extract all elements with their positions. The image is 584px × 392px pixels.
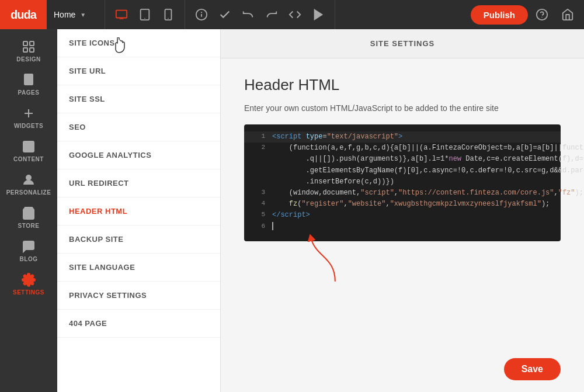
code-line-3: 3 (window,document,"script","https://con… (244, 188, 561, 199)
svg-point-6 (168, 18, 168, 19)
page-selector-label: Home (54, 10, 75, 19)
svg-point-27 (26, 175, 31, 180)
center-icons (185, 0, 335, 29)
sidebar-design-label: DESIGN (16, 56, 40, 63)
tablet-icon[interactable] (133, 0, 157, 29)
backup-site-label: BACKUP SITE (69, 235, 123, 244)
cursor-icon (114, 37, 126, 54)
settings-nav-header-html[interactable]: HEADER HTML (57, 197, 220, 226)
info-icon[interactable] (190, 0, 213, 29)
settings-nav-site-icons[interactable]: SITE ICONS (57, 29, 220, 57)
svg-marker-10 (315, 10, 322, 20)
header-html-label: HEADER HTML (69, 207, 127, 216)
google-analytics-label: GOOGLE ANALYTICS (69, 151, 151, 159)
page-selector[interactable]: Home ▼ (47, 0, 105, 29)
sidebar-blog-label: BLOG (20, 256, 38, 262)
svg-point-12 (541, 17, 542, 18)
svg-point-4 (144, 18, 145, 19)
sidebar-widgets-label: WIDGETS (14, 123, 43, 129)
settings-nav-site-ssl[interactable]: SITE SSL (57, 85, 220, 113)
privacy-settings-label: PRIVACY SETTINGS (69, 291, 147, 300)
help-icon[interactable] (530, 0, 554, 29)
home-icon[interactable] (556, 0, 579, 29)
section-description: Enter your own custom HTML/JavaScript to… (244, 103, 561, 113)
sidebar-item-personalize[interactable]: PERSONALIZE (0, 167, 57, 200)
content-header: SITE SETTINGS (221, 29, 584, 58)
code-icon[interactable] (283, 0, 307, 29)
settings-nav-backup-site[interactable]: BACKUP SITE (57, 226, 220, 254)
logo[interactable]: duda (0, 0, 47, 29)
save-button-container: Save (221, 351, 584, 392)
settings-nav-seo[interactable]: SEO (57, 113, 220, 141)
seo-label: SEO (69, 123, 86, 131)
svg-rect-0 (116, 11, 127, 18)
settings-nav-privacy-settings[interactable]: PRIVACY SETTINGS (57, 282, 220, 310)
code-line-6: 6 (244, 221, 561, 233)
sidebar-item-widgets[interactable]: WIDGETS (0, 100, 57, 134)
save-button[interactable]: Save (504, 358, 561, 380)
code-line-2: 2 (function(a,e,f,g,b,c,d){a[b]||(a.Fint… (244, 143, 561, 154)
desktop-icon[interactable] (110, 0, 133, 29)
sidebar-personalize-label: PERSONALIZE (6, 189, 51, 196)
site-url-label: SITE URL (69, 67, 106, 75)
svg-rect-16 (30, 48, 34, 52)
code-line-2b: .q||[]).push(arguments)},a[b].l=1*new Da… (244, 154, 561, 165)
sidebar-content-label: CONTENT (13, 156, 44, 162)
mobile-icon[interactable] (157, 0, 180, 29)
code-editor[interactable]: 1 <script type="text/javascript"> 2 (fun… (244, 124, 561, 241)
settings-nav-404-page[interactable]: 404 PAGE (57, 310, 220, 338)
svg-rect-15 (23, 48, 27, 52)
sidebar-item-settings[interactable]: SETTINGS (0, 267, 57, 300)
logo-text: duda (11, 8, 36, 22)
content-area: SITE SETTINGS Header HTML Enter your own… (221, 29, 584, 392)
svg-rect-14 (30, 41, 34, 46)
content-body: Header HTML Enter your own custom HTML/J… (221, 58, 584, 351)
undo-icon[interactable] (237, 0, 260, 29)
check-icon[interactable] (213, 0, 237, 29)
settings-nav-url-redirect[interactable]: URL REDIRECT (57, 169, 220, 197)
settings-nav-site-url[interactable]: SITE URL (57, 57, 220, 85)
site-language-label: SITE LANGUAGE (69, 263, 135, 272)
sidebar-settings-label: SETTINGS (13, 289, 44, 296)
publish-button[interactable]: Publish (471, 5, 528, 25)
code-line-5: 5 </script> (244, 210, 561, 221)
sidebar-store-label: STORE (18, 223, 40, 229)
redo-icon[interactable] (260, 0, 283, 29)
code-line-1: 1 <script type="text/javascript"> (244, 131, 561, 143)
toolbar-right: Publish (471, 0, 584, 29)
code-line-4: 4 fz("register","website","xwugbsthgcmkp… (244, 199, 561, 210)
settings-nav-panel: SITE ICONS SITE URL SITE SSL SEO (57, 29, 221, 392)
svg-rect-1 (119, 18, 123, 19)
device-icons (105, 0, 185, 29)
left-sidebar: DESIGN PAGES WIDGETS (0, 29, 57, 392)
sidebar-item-blog[interactable]: BLOG (0, 234, 57, 267)
main-area: DESIGN PAGES WIDGETS (0, 29, 584, 392)
section-title: Header HTML (244, 76, 561, 94)
play-icon[interactable] (307, 0, 330, 29)
chevron-down-icon: ▼ (80, 12, 86, 18)
site-ssl-label: SITE SSL (69, 95, 105, 103)
sidebar-item-pages[interactable]: PAGES (0, 67, 57, 100)
toolbar: duda Home ▼ (0, 0, 584, 29)
sidebar-item-store[interactable]: STORE (0, 200, 57, 234)
code-line-2d: .insertBefore(c,d))}) (244, 176, 561, 188)
404-page-label: 404 PAGE (69, 319, 107, 328)
page-title: SITE SETTINGS (370, 39, 435, 48)
settings-nav-google-analytics[interactable]: GOOGLE ANALYTICS (57, 141, 220, 169)
svg-rect-13 (23, 41, 27, 46)
sidebar-item-content[interactable]: CONTENT (0, 134, 57, 167)
url-redirect-label: URL REDIRECT (69, 179, 129, 188)
settings-nav-site-language[interactable]: SITE LANGUAGE (57, 254, 220, 282)
sidebar-item-design[interactable]: DESIGN (0, 34, 57, 67)
code-line-2c: .getElementsByTagName(f)[0],c.async=!0,c… (244, 165, 561, 176)
site-icons-label: SITE ICONS (69, 39, 115, 47)
sidebar-pages-label: PAGES (18, 89, 40, 96)
